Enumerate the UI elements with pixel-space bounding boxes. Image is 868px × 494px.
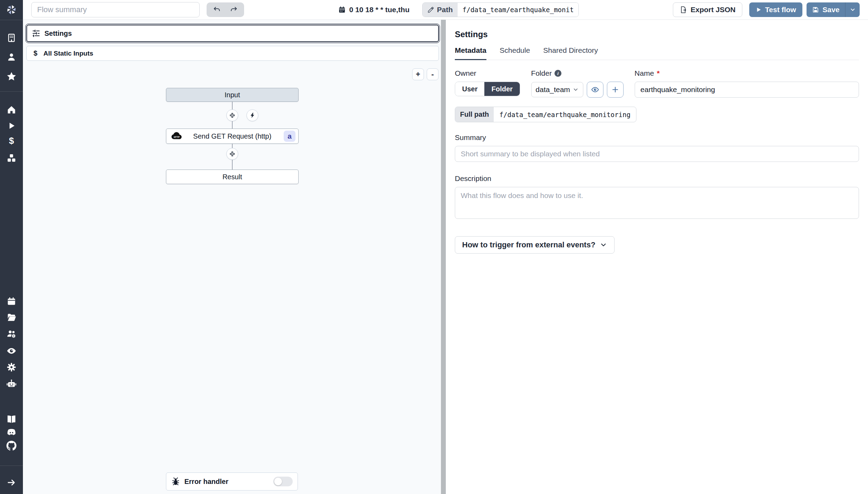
eye-icon [6,346,17,356]
sidebar-expand-button[interactable] [6,477,17,488]
path-value: f/data_team/earthquake_monit [458,3,578,17]
save-button-group: Save [807,2,860,17]
add-trigger-button[interactable] [247,109,258,121]
connector [166,102,299,129]
book-icon [6,414,17,425]
zoom-in-button[interactable]: + [412,68,424,80]
canvas-scrollbar[interactable] [441,20,446,494]
node-input-label: Input [225,91,240,99]
name-input[interactable] [635,82,859,98]
metadata-form-row: Owner User Folder Folder data_team [455,69,859,98]
arrow-right-icon [7,478,16,487]
gear-icon [6,362,17,372]
node-http-step[interactable]: HTTP Send GET Request (http) a [166,129,299,144]
export-json-label: Export JSON [691,6,736,14]
owner-folder-button[interactable]: Folder [484,82,519,96]
toggle-knob [274,478,282,485]
discord-icon [6,427,17,438]
flow-settings-label: Settings [44,30,72,38]
sidebar-item-docs[interactable] [6,413,17,425]
full-path-value: f/data_team/earthquake_monitoring [494,107,636,122]
owner-user-button[interactable]: User [455,82,484,96]
sidebar-item-resources[interactable] [6,152,17,164]
sidebar-item-ai[interactable] [6,378,17,390]
folder-select[interactable]: data_team [531,82,583,97]
tab-metadata[interactable]: Metadata [455,46,486,60]
sidebar-item-user[interactable] [6,51,17,63]
http-cloud-icon: HTTP [170,132,184,141]
redo-icon [229,6,238,14]
sidebar-divider [0,20,23,20]
save-button[interactable]: Save [807,2,845,17]
error-handler-toggle[interactable] [273,477,293,486]
error-handler-node[interactable]: Error handler [166,472,298,491]
trigger-help-label: How to trigger from external events? [462,240,595,249]
sidebar-item-schedules[interactable] [6,295,17,307]
flow-settings-bar[interactable]: Settings [26,25,439,42]
tab-schedule[interactable]: Schedule [500,46,530,60]
node-result[interactable]: Result [166,170,299,184]
cubes-icon [7,153,16,163]
view-folder-button[interactable] [587,82,603,98]
chevron-down-icon [573,87,579,93]
undo-icon [213,6,221,14]
summary-input[interactable] [455,146,859,162]
all-static-inputs-bar[interactable]: $ All Static Inputs [26,46,439,61]
owner-segmented-control: User Folder [455,82,520,96]
sidebar-item-runs[interactable] [6,120,17,132]
description-textarea[interactable] [455,187,859,219]
windmill-logo-icon [6,4,17,15]
sidebar-item-discord[interactable] [6,427,17,438]
redo-button[interactable] [225,3,242,16]
sidebar-item-workers[interactable] [6,361,17,373]
save-icon [812,6,819,13]
add-step-button[interactable] [226,109,238,121]
flow-canvas[interactable]: Settings $ All Static Inputs + - Input [23,20,441,494]
sidebar-item-favorites[interactable] [6,71,17,82]
info-icon[interactable] [554,70,561,77]
export-json-button[interactable]: Export JSON [673,2,742,17]
connector [166,144,299,170]
save-dropdown-button[interactable] [845,2,860,17]
eye-icon [591,85,599,94]
building-icon [7,33,16,43]
settings-panel-title: Settings [455,30,859,39]
undo-button[interactable] [209,3,225,16]
sidebar-divider [0,466,23,466]
add-folder-button[interactable] [607,82,624,98]
sidebar-item-audit[interactable] [6,345,17,357]
node-result-label: Result [223,173,242,181]
schedule-display[interactable]: 0 10 18 * * tue,thu [338,6,410,14]
github-icon [6,441,17,451]
node-input[interactable]: Input [166,88,299,102]
zoom-controls: + - [412,68,439,80]
zoom-out-button[interactable]: - [427,68,439,80]
owner-label: Owner [455,69,520,77]
path-box[interactable]: Path f/data_team/earthquake_monit [422,2,579,17]
sidebar-item-groups[interactable] [6,328,17,340]
add-step-button[interactable] [226,148,238,160]
flow-summary-input[interactable] [31,2,200,17]
sidebar-item-github[interactable] [6,440,17,452]
sidebar-item-workspace[interactable] [6,32,17,44]
sidebar-item-home[interactable] [6,104,17,116]
windmill-logo[interactable] [6,4,17,16]
sidebar-item-variables[interactable] [6,135,17,147]
play-icon [756,7,762,13]
chevron-down-icon [850,7,856,13]
owner-field: Owner User Folder [455,69,520,96]
settings-panel: Settings Metadata Schedule Shared Direct… [446,20,868,494]
name-label-text: Name [635,69,654,77]
test-flow-button[interactable]: Test flow [749,2,802,17]
star-icon [6,71,17,82]
path-label: Path [437,6,453,14]
folder-open-icon [7,313,16,322]
home-icon [7,105,16,115]
description-label: Description [455,174,859,183]
schedule-cron-text: 0 10 18 * * tue,thu [349,6,410,14]
tab-shared-directory[interactable]: Shared Directory [543,46,598,60]
trigger-help-button[interactable]: How to trigger from external events? [455,236,615,254]
folder-field: Folder data_team [531,69,624,98]
undo-redo-group [207,2,244,17]
sidebar-item-folders[interactable] [6,312,17,323]
